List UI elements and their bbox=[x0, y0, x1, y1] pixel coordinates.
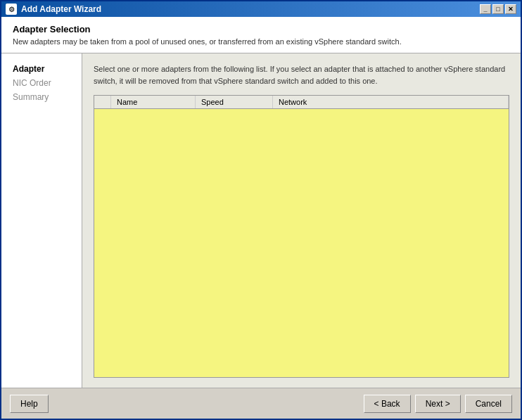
header-title: Adapter Selection bbox=[13, 24, 509, 34]
help-button[interactable]: Help bbox=[10, 395, 49, 413]
close-button[interactable]: ✕ bbox=[505, 4, 516, 14]
window-title: Add Adapter Wizard bbox=[21, 4, 480, 14]
sidebar-item-nic-order[interactable]: NIC Order bbox=[8, 76, 75, 90]
sidebar: Adapter NIC Order Summary bbox=[1, 53, 82, 388]
table-col-network: Network bbox=[273, 96, 509, 108]
content-description: Select one or more adapters from the fol… bbox=[94, 63, 509, 87]
header-description: New adapters may be taken from a pool of… bbox=[13, 37, 509, 46]
back-button[interactable]: < Back bbox=[364, 395, 411, 413]
footer-right: < Back Next > Cancel bbox=[364, 395, 512, 413]
next-button[interactable]: Next > bbox=[415, 395, 461, 413]
adapter-table[interactable]: Name Speed Network bbox=[94, 95, 509, 378]
footer-left: Help bbox=[10, 395, 364, 413]
sidebar-item-adapter[interactable]: Adapter bbox=[8, 62, 75, 76]
minimize-button[interactable]: _ bbox=[480, 4, 491, 14]
table-body[interactable] bbox=[94, 109, 509, 377]
window-icon: ⚙ bbox=[6, 4, 17, 15]
window-controls: _ □ ✕ bbox=[480, 4, 516, 14]
sidebar-item-summary[interactable]: Summary bbox=[8, 90, 75, 104]
content-panel: Select one or more adapters from the fol… bbox=[82, 53, 521, 388]
footer: Help < Back Next > Cancel bbox=[1, 388, 521, 419]
title-bar: ⚙ Add Adapter Wizard _ □ ✕ bbox=[1, 1, 521, 17]
main-content: Adapter NIC Order Summary Select one or … bbox=[1, 53, 521, 388]
table-header: Name Speed Network bbox=[94, 96, 509, 109]
table-check-col bbox=[94, 96, 111, 108]
add-adapter-wizard-window: ⚙ Add Adapter Wizard _ □ ✕ Adapter Selec… bbox=[0, 0, 522, 420]
header-section: Adapter Selection New adapters may be ta… bbox=[1, 17, 521, 53]
cancel-button[interactable]: Cancel bbox=[465, 395, 512, 413]
table-col-name: Name bbox=[111, 96, 196, 108]
table-col-speed: Speed bbox=[196, 96, 273, 108]
maximize-button[interactable]: □ bbox=[492, 4, 504, 14]
